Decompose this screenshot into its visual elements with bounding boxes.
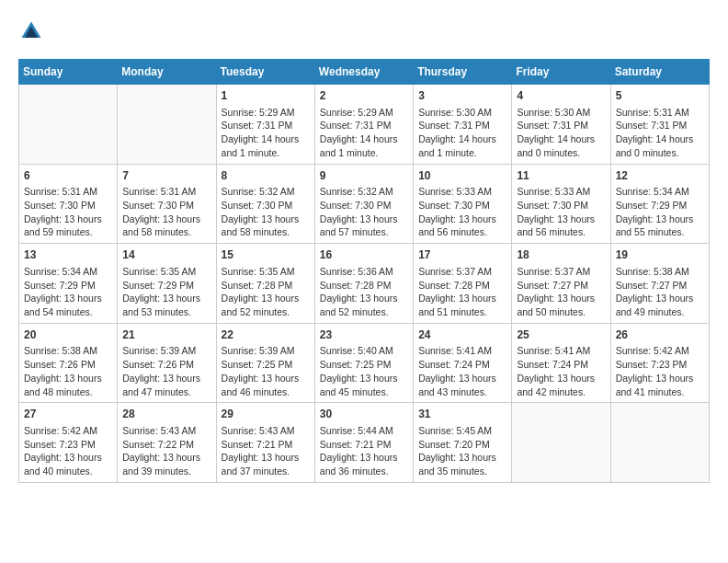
day-info: Daylight: 14 hours and 0 minutes. — [616, 132, 704, 159]
calendar-cell: 13Sunrise: 5:34 AMSunset: 7:29 PMDayligh… — [19, 244, 118, 324]
day-info: Sunset: 7:31 PM — [517, 119, 605, 132]
day-info: Sunrise: 5:43 AM — [222, 424, 310, 438]
col-header-wednesday: Wednesday — [314, 60, 413, 85]
day-info: Sunrise: 5:38 AM — [24, 344, 112, 358]
calendar-cell — [118, 85, 216, 165]
day-info: Sunrise: 5:35 AM — [222, 265, 310, 279]
day-info: Daylight: 13 hours and 41 minutes. — [616, 372, 704, 398]
day-info: Sunrise: 5:44 AM — [320, 424, 408, 438]
calendar-cell: 6Sunrise: 5:31 AMSunset: 7:30 PMDaylight… — [19, 164, 118, 244]
day-info: Sunset: 7:30 PM — [222, 199, 310, 213]
calendar-cell: 12Sunrise: 5:34 AMSunset: 7:29 PMDayligh… — [610, 164, 709, 244]
day-info: Sunset: 7:21 PM — [320, 438, 408, 452]
day-number: 28 — [122, 407, 210, 422]
day-info: Daylight: 13 hours and 43 minutes. — [418, 372, 506, 398]
day-info: Sunset: 7:27 PM — [517, 279, 605, 293]
day-info: Sunrise: 5:30 AM — [418, 106, 506, 120]
day-info: Daylight: 13 hours and 52 minutes. — [222, 292, 310, 318]
day-info: Daylight: 14 hours and 1 minute. — [222, 132, 310, 159]
day-info: Sunset: 7:30 PM — [320, 199, 408, 213]
day-number: 16 — [320, 247, 408, 263]
calendar-cell: 29Sunrise: 5:43 AMSunset: 7:21 PMDayligh… — [216, 403, 314, 483]
days-header-row: SundayMondayTuesdayWednesdayThursdayFrid… — [19, 60, 710, 85]
day-info: Sunrise: 5:34 AM — [616, 185, 704, 199]
calendar-cell: 15Sunrise: 5:35 AMSunset: 7:28 PMDayligh… — [216, 244, 314, 324]
day-info: Sunrise: 5:31 AM — [122, 185, 210, 199]
day-info: Sunset: 7:30 PM — [517, 199, 605, 213]
calendar-cell: 17Sunrise: 5:37 AMSunset: 7:28 PMDayligh… — [414, 244, 512, 324]
calendar-cell: 4Sunrise: 5:30 AMSunset: 7:31 PMDaylight… — [512, 85, 610, 165]
col-header-sunday: Sunday — [19, 60, 118, 85]
day-info: Daylight: 13 hours and 57 minutes. — [320, 213, 408, 239]
day-info: Sunset: 7:30 PM — [418, 199, 506, 213]
calendar-cell: 7Sunrise: 5:31 AMSunset: 7:30 PMDaylight… — [118, 164, 216, 244]
day-info: Sunrise: 5:42 AM — [616, 344, 704, 358]
day-number: 30 — [320, 407, 408, 422]
week-row-4: 20Sunrise: 5:38 AMSunset: 7:26 PMDayligh… — [19, 323, 710, 403]
calendar-cell: 20Sunrise: 5:38 AMSunset: 7:26 PMDayligh… — [19, 323, 118, 403]
day-info: Daylight: 13 hours and 59 minutes. — [24, 213, 112, 239]
day-number: 23 — [320, 327, 408, 343]
calendar-cell — [512, 403, 610, 483]
day-number: 25 — [517, 327, 605, 343]
day-info: Daylight: 13 hours and 46 minutes. — [222, 372, 310, 398]
day-info: Sunset: 7:31 PM — [616, 119, 704, 132]
calendar-cell: 2Sunrise: 5:29 AMSunset: 7:31 PMDaylight… — [314, 85, 413, 165]
day-info: Sunset: 7:28 PM — [222, 279, 310, 293]
col-header-monday: Monday — [118, 60, 216, 85]
day-info: Daylight: 13 hours and 54 minutes. — [24, 292, 112, 318]
day-info: Sunset: 7:28 PM — [418, 279, 506, 293]
calendar-cell — [19, 85, 118, 165]
calendar-table: SundayMondayTuesdayWednesdayThursdayFrid… — [18, 59, 710, 483]
day-info: Sunrise: 5:36 AM — [320, 265, 408, 279]
day-number: 8 — [222, 168, 310, 184]
day-info: Sunset: 7:25 PM — [222, 358, 310, 372]
week-row-1: 1Sunrise: 5:29 AMSunset: 7:31 PMDaylight… — [19, 85, 710, 165]
day-number: 20 — [24, 327, 112, 343]
calendar-cell: 28Sunrise: 5:43 AMSunset: 7:22 PMDayligh… — [118, 403, 216, 483]
day-number: 18 — [517, 247, 605, 263]
day-info: Sunset: 7:26 PM — [122, 358, 210, 372]
day-number: 24 — [418, 327, 506, 343]
calendar-cell: 3Sunrise: 5:30 AMSunset: 7:31 PMDaylight… — [414, 85, 512, 165]
day-info: Daylight: 13 hours and 37 minutes. — [222, 451, 310, 477]
calendar-cell: 26Sunrise: 5:42 AMSunset: 7:23 PMDayligh… — [610, 323, 709, 403]
day-info: Sunrise: 5:35 AM — [122, 265, 210, 279]
day-info: Sunrise: 5:39 AM — [122, 344, 210, 358]
day-number: 12 — [616, 168, 704, 184]
day-info: Sunrise: 5:29 AM — [222, 106, 310, 120]
day-info: Daylight: 13 hours and 47 minutes. — [122, 372, 210, 398]
day-number: 21 — [122, 327, 210, 343]
day-number: 2 — [320, 88, 408, 104]
page-header — [18, 18, 710, 44]
calendar-cell: 23Sunrise: 5:40 AMSunset: 7:25 PMDayligh… — [314, 323, 413, 403]
day-number: 17 — [418, 247, 506, 263]
day-info: Sunset: 7:21 PM — [222, 438, 310, 452]
day-info: Daylight: 13 hours and 55 minutes. — [616, 213, 704, 239]
day-info: Sunrise: 5:31 AM — [616, 106, 704, 120]
col-header-friday: Friday — [512, 60, 610, 85]
day-info: Sunrise: 5:39 AM — [222, 344, 310, 358]
day-info: Daylight: 13 hours and 50 minutes. — [517, 292, 605, 318]
calendar-cell: 27Sunrise: 5:42 AMSunset: 7:23 PMDayligh… — [19, 403, 118, 483]
day-info: Sunrise: 5:42 AM — [24, 424, 112, 438]
calendar-cell: 11Sunrise: 5:33 AMSunset: 7:30 PMDayligh… — [512, 164, 610, 244]
day-number: 10 — [418, 168, 506, 184]
day-info: Sunset: 7:29 PM — [122, 279, 210, 293]
day-number: 6 — [24, 168, 112, 184]
day-info: Sunset: 7:26 PM — [24, 358, 112, 372]
day-info: Sunrise: 5:32 AM — [222, 185, 310, 199]
day-info: Daylight: 13 hours and 45 minutes. — [320, 372, 408, 398]
day-info: Sunset: 7:23 PM — [24, 438, 112, 452]
day-number: 19 — [616, 247, 704, 263]
calendar-cell: 18Sunrise: 5:37 AMSunset: 7:27 PMDayligh… — [512, 244, 610, 324]
day-info: Sunrise: 5:33 AM — [517, 185, 605, 199]
day-number: 26 — [616, 327, 704, 343]
day-info: Sunrise: 5:32 AM — [320, 185, 408, 199]
day-number: 15 — [222, 247, 310, 263]
day-info: Sunset: 7:28 PM — [320, 279, 408, 293]
logo-icon — [18, 18, 44, 44]
day-info: Sunset: 7:29 PM — [616, 199, 704, 213]
calendar-cell: 31Sunrise: 5:45 AMSunset: 7:20 PMDayligh… — [414, 403, 512, 483]
calendar-cell: 10Sunrise: 5:33 AMSunset: 7:30 PMDayligh… — [414, 164, 512, 244]
